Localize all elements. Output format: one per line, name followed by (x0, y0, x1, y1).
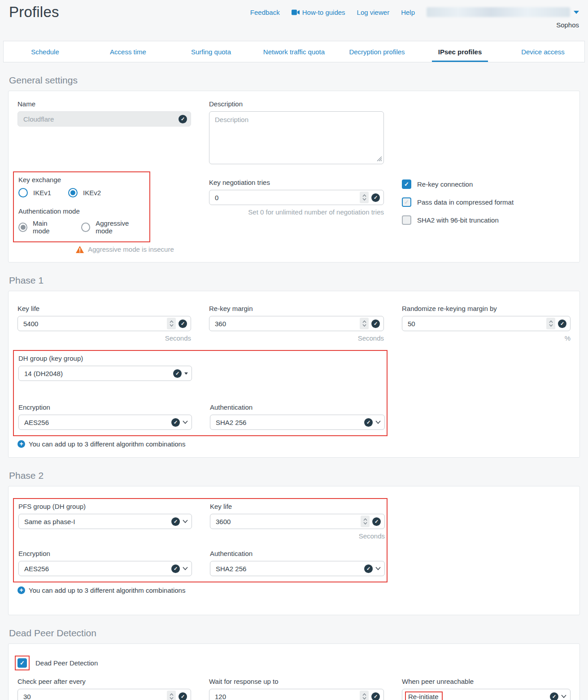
valid-check-icon (171, 564, 180, 573)
number-spinner[interactable] (360, 691, 369, 700)
name-input (23, 115, 176, 123)
highlight-box-phase2-algorithms: PFS group (DH group) Same as phase-I Key… (13, 498, 388, 582)
tab-ipsec-profiles[interactable]: IPsec profiles (418, 41, 501, 62)
dpd-wait-label: Wait for response up to (209, 678, 384, 685)
checkbox-rekey-connection[interactable]: Re-key connection (402, 179, 571, 189)
general-settings-heading: General settings (9, 75, 579, 86)
p2-pfs-group-select[interactable]: Same as phase-I (18, 514, 192, 529)
chevron-down-icon (183, 567, 188, 570)
auth-mode-label: Authentication mode (18, 207, 145, 215)
radio-main-mode[interactable]: Main mode (18, 219, 64, 235)
howto-guides-link[interactable]: How-to guides (292, 9, 345, 16)
dpd-unreachable-select[interactable]: Re-initiate (402, 689, 571, 700)
checkbox-checked-icon (402, 179, 411, 189)
dpd-wait-field[interactable] (209, 689, 384, 700)
radio-disabled-icon (81, 223, 90, 232)
warning-triangle-icon (76, 246, 84, 253)
checkbox-dead-peer-detection[interactable]: Dead Peer Detection (17, 656, 571, 670)
p2-authentication-select[interactable]: SHA2 256 (210, 561, 385, 576)
p2-key-life-input[interactable] (216, 518, 358, 525)
p2-key-life-label: Key life (210, 503, 385, 510)
p2-encryption-label: Encryption (18, 550, 192, 557)
p1-key-life-input[interactable] (23, 320, 164, 328)
key-negotiation-input[interactable] (215, 194, 357, 201)
radio-aggressive-mode[interactable]: Aggressive mode (81, 219, 145, 235)
chevron-down-icon (375, 420, 381, 424)
number-spinner[interactable] (167, 691, 176, 700)
p1-rekey-margin-field[interactable] (209, 316, 384, 331)
p1-rekey-margin-input[interactable] (215, 320, 357, 328)
p1-randomize-input[interactable] (408, 320, 544, 328)
phase1-heading: Phase 1 (9, 275, 579, 286)
valid-check-icon (371, 193, 380, 202)
help-link[interactable]: Help (401, 9, 415, 16)
dpd-check-peer-field[interactable] (17, 689, 191, 700)
tab-network-traffic-quota[interactable]: Network traffic quota (253, 41, 335, 62)
checkbox-disabled-icon (402, 215, 411, 225)
p1-randomize-field[interactable] (402, 316, 571, 331)
valid-check-icon (371, 319, 380, 328)
p1-randomize-unit: % (402, 334, 571, 342)
number-spinner[interactable] (546, 318, 555, 329)
radio-ikev1[interactable]: IKEv1 (18, 188, 51, 197)
chevron-down-icon (561, 695, 566, 698)
chevron-down-icon (183, 520, 188, 523)
p1-encryption-select[interactable]: AES256 (18, 415, 192, 430)
dpd-check-peer-input[interactable] (23, 693, 164, 700)
radio-icon (18, 188, 28, 197)
p1-dh-group-select[interactable]: 14 (DH2048) (18, 366, 192, 381)
radio-ikev2[interactable]: IKEv2 (68, 188, 101, 197)
p1-authentication-select[interactable]: SHA2 256 (210, 415, 385, 430)
description-textarea[interactable] (209, 111, 384, 164)
number-spinner[interactable] (167, 318, 176, 329)
key-negotiation-label: Key negotiation tries (209, 179, 384, 186)
chevron-down-icon (375, 567, 381, 570)
p2-encryption-select[interactable]: AES256 (18, 561, 192, 576)
valid-check-icon (179, 319, 187, 328)
profiles-tabbar: Schedule Access time Surfing quota Netwo… (3, 41, 585, 62)
tab-decryption-profiles[interactable]: Decryption profiles (335, 41, 418, 62)
number-spinner[interactable] (360, 318, 369, 329)
key-exchange-label: Key exchange (18, 176, 145, 184)
p1-rekey-margin-unit: Seconds (209, 334, 384, 342)
valid-check-icon (171, 517, 180, 526)
number-spinner[interactable] (361, 516, 370, 527)
account-dropdown[interactable] (427, 7, 579, 17)
dpd-check-peer-label: Check peer after every (17, 678, 191, 685)
name-field (17, 111, 191, 127)
p1-encryption-label: Encryption (18, 403, 192, 411)
tab-access-time[interactable]: Access time (87, 41, 170, 62)
log-viewer-link[interactable]: Log viewer (357, 9, 390, 16)
p2-add-combination-note[interactable]: You can add up to 3 different algorithm … (17, 586, 571, 594)
p1-key-life-field[interactable] (17, 316, 191, 331)
valid-check-icon (171, 418, 180, 427)
tab-schedule[interactable]: Schedule (4, 41, 87, 62)
valid-check-icon (364, 564, 373, 573)
brand-label: Sophos (556, 21, 579, 29)
p2-key-life-field[interactable] (210, 514, 385, 529)
highlight-box-dpd-checkbox (15, 656, 30, 670)
key-negotiation-field[interactable] (209, 190, 384, 205)
p1-randomize-label: Randomize re-keying margin by (402, 305, 571, 312)
highlight-box-reinitiate: Re-initiate (405, 691, 443, 700)
tab-surfing-quota[interactable]: Surfing quota (170, 41, 253, 62)
checkbox-pass-compressed[interactable]: Pass data in compressed format (402, 197, 571, 207)
plus-circle-icon (17, 586, 25, 594)
checkbox-sha2-truncation[interactable]: SHA2 with 96-bit truncation (402, 215, 571, 225)
p1-rekey-margin-label: Re-key margin (209, 305, 384, 312)
tab-device-access[interactable]: Device access (501, 41, 584, 62)
p1-dh-group-label: DH group (key group) (18, 354, 192, 362)
feedback-link[interactable]: Feedback (250, 9, 280, 16)
dpd-wait-input[interactable] (215, 693, 357, 700)
chevron-down-icon (183, 420, 188, 424)
highlight-box-key-exchange: Key exchange IKEv1 IKEv2 Authentication … (13, 171, 150, 242)
p2-authentication-label: Authentication (210, 550, 385, 557)
valid-check-icon (371, 692, 380, 700)
key-negotiation-help: Set 0 for unlimited number of negotiatio… (209, 208, 384, 216)
video-camera-icon (292, 9, 300, 15)
general-settings-card: Name Key exchange IKEv1 IKEv2 Au (8, 91, 580, 262)
p1-add-combination-note[interactable]: You can add up to 3 different algorithm … (17, 440, 571, 448)
account-name-redacted (427, 7, 570, 17)
p1-key-life-label: Key life (17, 305, 191, 312)
number-spinner[interactable] (360, 192, 369, 203)
